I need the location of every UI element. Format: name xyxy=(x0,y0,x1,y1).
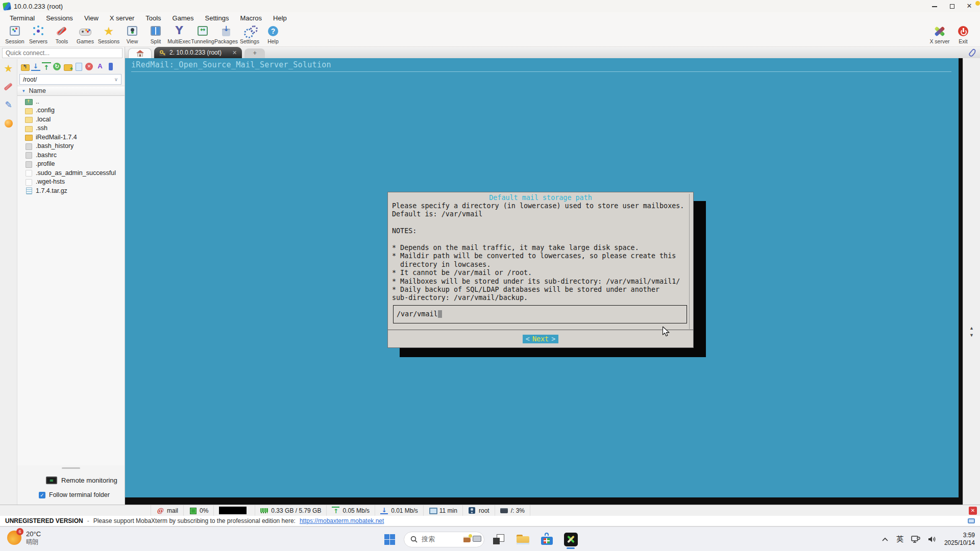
tray-chevron-up-icon[interactable] xyxy=(881,537,889,542)
file-list-header[interactable]: ▾ Name xyxy=(17,86,125,96)
status-item: 0.05 Mb/s xyxy=(327,505,375,516)
mail-path-input[interactable]: /var/vmail xyxy=(393,305,687,323)
file-name: iRedMail-1.7.4 xyxy=(36,134,77,141)
tools-tab-knife-icon[interactable] xyxy=(3,81,15,93)
weather-condition: 晴朗 xyxy=(26,538,41,546)
toolbar-button[interactable]: Settings xyxy=(238,24,261,44)
dialog-line: Default is: /var/vmail xyxy=(392,210,689,218)
mobaxterm-taskbar-button[interactable] xyxy=(561,530,580,549)
menu-item[interactable]: Help xyxy=(267,14,292,22)
file-row[interactable]: .sudo_as_admin_successful xyxy=(17,168,125,178)
network-icon[interactable] xyxy=(911,536,920,543)
active-terminal-tab[interactable]: 2. 10.0.0.233 (root) ✕ xyxy=(154,47,242,58)
follow-terminal-folder-label: Follow terminal folder xyxy=(49,491,110,498)
dialog-line: * Maildir path will be converted to lowe… xyxy=(392,252,689,260)
menu-item[interactable]: Terminal xyxy=(4,14,40,22)
status-text: /: 3% xyxy=(511,507,525,514)
toolbar-button[interactable]: MultiExec xyxy=(167,24,191,44)
toolbar-button[interactable]: View xyxy=(120,24,144,44)
file-row[interactable]: 1.7.4.tar.gz xyxy=(17,186,125,195)
toolbar-button[interactable]: X server xyxy=(928,24,951,44)
volume-icon[interactable] xyxy=(928,536,937,543)
file-row[interactable]: .config xyxy=(17,106,125,115)
input-value: /var/vmail xyxy=(397,310,438,318)
dialog-title: Default mail storage path xyxy=(392,194,689,202)
weather-badge: 6 xyxy=(16,528,23,535)
file-row[interactable]: .profile xyxy=(17,160,125,169)
menu-item[interactable]: View xyxy=(79,14,104,22)
toolbar-button[interactable]: Tunneling xyxy=(191,24,214,44)
remote-monitoring-button[interactable]: Remote monitoring xyxy=(17,474,125,486)
scroll-up-icon[interactable]: ▲ xyxy=(963,324,980,332)
mobatek-link[interactable]: https://mobaxterm.mobatek.net xyxy=(300,517,384,524)
task-view-button[interactable] xyxy=(489,530,508,549)
attachments-paperclip-icon[interactable] xyxy=(968,48,976,57)
upload-icon[interactable] xyxy=(42,62,51,71)
toolbar-button[interactable]: Games xyxy=(74,24,97,44)
file-row[interactable]: .ssh xyxy=(17,124,125,133)
toolbar-button[interactable]: Tools xyxy=(50,24,74,44)
file-icon xyxy=(24,143,33,149)
menu-item[interactable]: X server xyxy=(104,14,140,22)
toolbar-icon xyxy=(956,24,970,38)
device-icon[interactable] xyxy=(106,62,115,71)
ime-indicator[interactable]: 英 xyxy=(896,535,903,544)
start-button[interactable] xyxy=(380,530,399,549)
home-icon xyxy=(136,50,144,57)
rename-icon[interactable] xyxy=(95,62,105,71)
banner-bold-text: UNREGISTERED VERSION xyxy=(5,517,83,524)
file-row[interactable]: .. xyxy=(17,97,125,106)
backtitle-rule xyxy=(131,71,951,72)
menu-item[interactable]: Macros xyxy=(234,14,267,22)
toolbar-button[interactable]: Packages xyxy=(214,24,238,44)
tray-clock[interactable]: 3:59 2025/10/14 xyxy=(944,532,975,547)
tab-close-icon[interactable]: ✕ xyxy=(232,49,237,56)
sidebar-drag-handle[interactable] xyxy=(62,467,80,469)
minimize-button[interactable] xyxy=(926,1,943,12)
file-row[interactable]: .bash_history xyxy=(17,142,125,151)
microsoft-store-button[interactable] xyxy=(537,530,556,549)
file-explorer-button[interactable] xyxy=(513,530,532,549)
taskbar-search[interactable]: 搜索 xyxy=(404,532,484,547)
terminal-scrollbar[interactable]: ▲ ▼ xyxy=(963,58,980,505)
sidebar: /root/ ∨ ▾ Name .. .confi xyxy=(0,47,125,505)
scroll-down-icon[interactable]: ▼ xyxy=(963,332,980,339)
new-folder-icon[interactable] xyxy=(63,62,72,71)
refresh-icon[interactable] xyxy=(53,62,62,71)
parent-folder-icon[interactable] xyxy=(20,62,30,71)
download-icon[interactable] xyxy=(31,62,40,71)
path-dropdown[interactable]: /root/ ∨ xyxy=(19,74,121,85)
toolbar-button[interactable]: Help xyxy=(261,24,285,44)
quick-connect-input[interactable] xyxy=(2,48,122,58)
sort-arrow-icon: ▾ xyxy=(22,88,25,93)
sessions-tab-star-icon[interactable] xyxy=(3,62,15,74)
home-tab[interactable] xyxy=(128,48,152,58)
file-row[interactable]: .wget-hsts xyxy=(17,178,125,187)
file-name: .sudo_as_admin_successful xyxy=(36,169,116,177)
follow-terminal-folder-checkbox[interactable]: Follow terminal folder xyxy=(17,489,125,500)
menu-item[interactable]: Games xyxy=(167,14,200,22)
file-row[interactable]: iRedMail-1.7.4 xyxy=(17,133,125,142)
file-name: 1.7.4.tar.gz xyxy=(36,187,67,194)
next-button[interactable]: <Next> xyxy=(523,335,558,343)
toolbar-button[interactable]: Session xyxy=(3,24,27,44)
macros-tab-pen-icon[interactable] xyxy=(3,99,15,111)
terminal-screen[interactable]: iRedMail:_Open_Source_Mail_Server_Soluti… xyxy=(125,58,959,497)
toolbar-button[interactable]: Exit xyxy=(951,24,975,44)
kill-terminal-button[interactable]: ✕ xyxy=(969,507,977,515)
maximize-button[interactable] xyxy=(943,1,961,12)
toolbar-button[interactable]: Sessions xyxy=(97,24,120,44)
sftp-tab-globe-icon[interactable] xyxy=(3,117,15,130)
menu-item[interactable]: Settings xyxy=(200,14,235,22)
toolbar-button[interactable]: Servers xyxy=(27,24,50,44)
menu-item[interactable]: Sessions xyxy=(40,14,79,22)
copy-icon[interactable] xyxy=(74,62,83,71)
menu-item[interactable]: Tools xyxy=(140,14,166,22)
new-tab-button[interactable]: + xyxy=(244,48,265,58)
file-row[interactable]: .local xyxy=(17,115,125,124)
delete-icon[interactable] xyxy=(85,62,94,71)
status-text: root xyxy=(479,507,489,514)
weather-widget[interactable]: 6 20°C 晴朗 xyxy=(7,530,41,546)
file-row[interactable]: .bashrc xyxy=(17,151,125,160)
toolbar-button[interactable]: Split xyxy=(144,24,167,44)
